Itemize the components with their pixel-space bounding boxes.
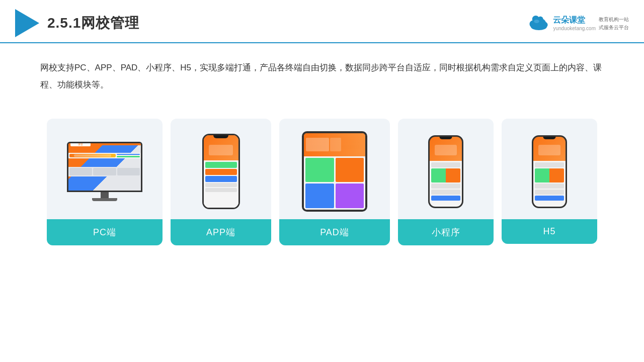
svg-point-3 bbox=[531, 23, 547, 30]
svg-point-4 bbox=[534, 20, 540, 23]
pc-label: PC端 bbox=[47, 219, 163, 245]
app-label: APP端 bbox=[171, 219, 271, 245]
h5-image-area bbox=[502, 119, 597, 219]
brand-tagline: 教育机构一站 bbox=[599, 16, 629, 23]
tablet-screen bbox=[304, 133, 365, 210]
brand-tagline-wrap: 教育机构一站 式服务云平台 bbox=[599, 15, 629, 31]
card-pc: 课堂 bbox=[47, 119, 163, 245]
page-title: 2.5.1网校管理 bbox=[47, 14, 139, 33]
pc-mockup: 课堂 bbox=[67, 142, 142, 201]
brand-name-wrap: 云朵课堂 yunduoketang.com bbox=[553, 15, 596, 31]
h5-notch bbox=[543, 137, 556, 139]
h5-phone-mockup bbox=[532, 135, 567, 208]
mini-image-area bbox=[398, 119, 494, 219]
card-app: APP端 bbox=[171, 119, 271, 245]
phone-screen bbox=[204, 135, 238, 208]
description: 网校支持PC、APP、PAD、小程序、H5，实现多端打通，产品各终端自由切换，数… bbox=[0, 43, 644, 104]
pc-image-area: 课堂 bbox=[47, 119, 163, 219]
header-right: 云朵课堂 yunduoketang.com 教育机构一站 式服务云平台 bbox=[528, 15, 629, 31]
mini-phone-mockup bbox=[428, 135, 463, 208]
mini-label: 小程序 bbox=[398, 219, 494, 245]
card-mini: 小程序 bbox=[398, 119, 494, 245]
app-phone-mockup bbox=[202, 134, 240, 209]
mini-notch bbox=[440, 137, 452, 139]
pad-image-area bbox=[279, 119, 390, 219]
logo-triangle-icon bbox=[15, 9, 39, 37]
card-pad: PAD端 bbox=[279, 119, 390, 245]
monitor-stand bbox=[101, 192, 109, 198]
pad-label: PAD端 bbox=[279, 219, 390, 245]
cloud-icon bbox=[528, 15, 550, 31]
monitor-base bbox=[92, 198, 117, 201]
brand-name: 云朵课堂 bbox=[553, 15, 596, 26]
monitor-screen: 课堂 bbox=[68, 143, 141, 191]
h5-label: H5 bbox=[502, 219, 597, 244]
app-image-area bbox=[171, 119, 271, 219]
brand-url: yunduoketang.com bbox=[553, 26, 596, 31]
description-text: 网校支持PC、APP、PAD、小程序、H5，实现多端打通，产品各终端自由切换，数… bbox=[40, 59, 604, 94]
tablet-mockup bbox=[302, 131, 367, 212]
card-h5: H5 bbox=[502, 119, 597, 244]
header-left: 2.5.1网校管理 bbox=[15, 9, 139, 37]
header: 2.5.1网校管理 云朵课堂 yunduoketang.com 教育机构一站 式… bbox=[0, 0, 644, 43]
phone-notch bbox=[213, 135, 228, 138]
cards-container: 课堂 bbox=[0, 104, 644, 260]
h5-screen bbox=[533, 137, 566, 207]
brand-tagline2: 式服务云平台 bbox=[599, 24, 629, 31]
brand-logo: 云朵课堂 yunduoketang.com 教育机构一站 式服务云平台 bbox=[528, 15, 629, 31]
monitor: 课堂 bbox=[67, 142, 142, 192]
mini-screen bbox=[430, 137, 462, 207]
